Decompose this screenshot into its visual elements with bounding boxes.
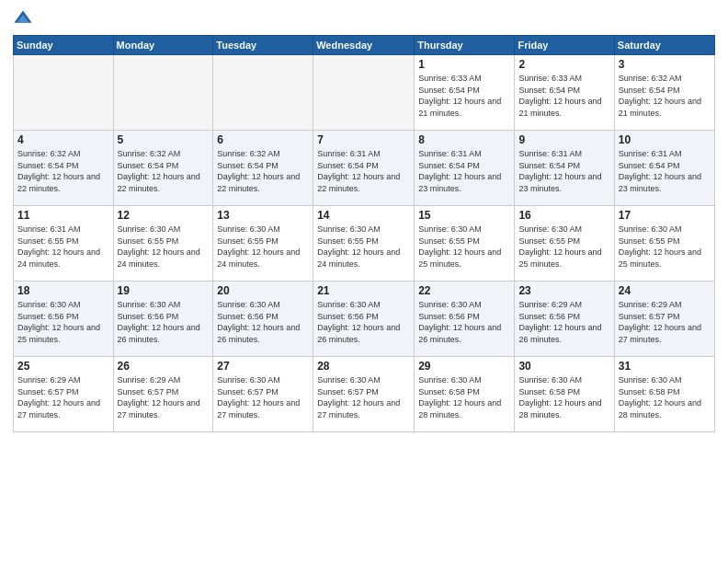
day-info: Sunrise: 6:33 AM Sunset: 6:54 PM Dayligh… [518, 73, 609, 119]
calendar-cell: 21Sunrise: 6:30 AM Sunset: 6:56 PM Dayli… [313, 282, 415, 357]
header-row: SundayMondayTuesdayWednesdayThursdayFrid… [14, 36, 715, 55]
day-number: 28 [317, 360, 410, 373]
day-info: Sunrise: 6:30 AM Sunset: 6:57 PM Dayligh… [217, 374, 309, 420]
day-number: 6 [217, 133, 309, 146]
day-info: Sunrise: 6:30 AM Sunset: 6:56 PM Dayligh… [118, 299, 210, 345]
calendar-cell: 8Sunrise: 6:31 AM Sunset: 6:54 PM Daylig… [415, 131, 515, 206]
calendar-cell: 20Sunrise: 6:30 AM Sunset: 6:56 PM Dayli… [213, 282, 313, 357]
day-number: 29 [418, 360, 510, 373]
day-info: Sunrise: 6:30 AM Sunset: 6:58 PM Dayligh… [518, 374, 609, 420]
day-number: 9 [518, 133, 609, 146]
day-info: Sunrise: 6:30 AM Sunset: 6:56 PM Dayligh… [317, 299, 410, 345]
calendar-cell: 5Sunrise: 6:32 AM Sunset: 6:54 PM Daylig… [113, 131, 213, 206]
day-number: 13 [217, 209, 309, 222]
calendar-cell: 14Sunrise: 6:30 AM Sunset: 6:55 PM Dayli… [313, 206, 415, 282]
day-info: Sunrise: 6:30 AM Sunset: 6:55 PM Dayligh… [619, 224, 711, 270]
header-day: Monday [113, 36, 213, 55]
calendar-cell: 16Sunrise: 6:30 AM Sunset: 6:55 PM Dayli… [515, 206, 614, 282]
calendar-cell [213, 55, 313, 131]
header [13, 9, 715, 29]
calendar-cell: 18Sunrise: 6:30 AM Sunset: 6:56 PM Dayli… [14, 282, 114, 357]
calendar-cell: 19Sunrise: 6:30 AM Sunset: 6:56 PM Dayli… [113, 282, 213, 357]
calendar-cell: 15Sunrise: 6:30 AM Sunset: 6:55 PM Dayli… [415, 206, 515, 282]
day-number: 20 [217, 284, 309, 297]
calendar-cell: 6Sunrise: 6:32 AM Sunset: 6:54 PM Daylig… [213, 131, 313, 206]
week-row: 1Sunrise: 6:33 AM Sunset: 6:54 PM Daylig… [14, 55, 715, 131]
day-number: 3 [619, 58, 711, 71]
calendar-cell: 25Sunrise: 6:29 AM Sunset: 6:57 PM Dayli… [14, 357, 114, 432]
day-info: Sunrise: 6:30 AM Sunset: 6:58 PM Dayligh… [619, 374, 711, 420]
day-number: 15 [418, 209, 510, 222]
day-info: Sunrise: 6:32 AM Sunset: 6:54 PM Dayligh… [217, 148, 309, 194]
header-day: Tuesday [213, 36, 313, 55]
week-row: 25Sunrise: 6:29 AM Sunset: 6:57 PM Dayli… [14, 357, 715, 432]
calendar-cell: 23Sunrise: 6:29 AM Sunset: 6:56 PM Dayli… [515, 282, 614, 357]
day-info: Sunrise: 6:31 AM Sunset: 6:54 PM Dayligh… [418, 148, 510, 194]
week-row: 4Sunrise: 6:32 AM Sunset: 6:54 PM Daylig… [14, 131, 715, 206]
header-day: Saturday [614, 36, 714, 55]
day-number: 8 [418, 133, 510, 146]
day-info: Sunrise: 6:29 AM Sunset: 6:57 PM Dayligh… [619, 299, 711, 345]
day-info: Sunrise: 6:31 AM Sunset: 6:54 PM Dayligh… [317, 148, 410, 194]
calendar-cell: 27Sunrise: 6:30 AM Sunset: 6:57 PM Dayli… [213, 357, 313, 432]
calendar-cell: 11Sunrise: 6:31 AM Sunset: 6:55 PM Dayli… [14, 206, 114, 282]
week-row: 11Sunrise: 6:31 AM Sunset: 6:55 PM Dayli… [14, 206, 715, 282]
day-number: 11 [17, 209, 109, 222]
day-info: Sunrise: 6:30 AM Sunset: 6:55 PM Dayligh… [317, 224, 410, 270]
day-number: 21 [317, 284, 410, 297]
day-number: 19 [118, 284, 210, 297]
header-day: Thursday [415, 36, 515, 55]
calendar-cell: 9Sunrise: 6:31 AM Sunset: 6:54 PM Daylig… [515, 131, 614, 206]
logo [13, 9, 37, 29]
day-info: Sunrise: 6:30 AM Sunset: 6:56 PM Dayligh… [418, 299, 510, 345]
day-info: Sunrise: 6:29 AM Sunset: 6:56 PM Dayligh… [518, 299, 609, 345]
day-info: Sunrise: 6:30 AM Sunset: 6:55 PM Dayligh… [418, 224, 510, 270]
day-number: 17 [619, 209, 711, 222]
day-number: 12 [118, 209, 210, 222]
calendar-cell: 24Sunrise: 6:29 AM Sunset: 6:57 PM Dayli… [614, 282, 714, 357]
day-number: 24 [619, 284, 711, 297]
day-number: 10 [619, 133, 711, 146]
calendar-cell: 7Sunrise: 6:31 AM Sunset: 6:54 PM Daylig… [313, 131, 415, 206]
logo-icon [13, 9, 33, 29]
day-number: 26 [118, 360, 210, 373]
calendar-cell [113, 55, 213, 131]
day-info: Sunrise: 6:32 AM Sunset: 6:54 PM Dayligh… [619, 73, 711, 119]
calendar-cell: 12Sunrise: 6:30 AM Sunset: 6:55 PM Dayli… [113, 206, 213, 282]
day-info: Sunrise: 6:30 AM Sunset: 6:58 PM Dayligh… [418, 374, 510, 420]
header-day: Sunday [14, 36, 114, 55]
day-info: Sunrise: 6:30 AM Sunset: 6:55 PM Dayligh… [518, 224, 609, 270]
calendar-cell [14, 55, 114, 131]
day-number: 22 [418, 284, 510, 297]
day-number: 4 [17, 133, 109, 146]
header-day: Wednesday [313, 36, 415, 55]
day-info: Sunrise: 6:30 AM Sunset: 6:57 PM Dayligh… [317, 374, 410, 420]
day-number: 30 [518, 360, 609, 373]
day-info: Sunrise: 6:30 AM Sunset: 6:55 PM Dayligh… [118, 224, 210, 270]
day-info: Sunrise: 6:29 AM Sunset: 6:57 PM Dayligh… [118, 374, 210, 420]
calendar-cell: 30Sunrise: 6:30 AM Sunset: 6:58 PM Dayli… [515, 357, 614, 432]
day-info: Sunrise: 6:31 AM Sunset: 6:55 PM Dayligh… [17, 224, 109, 270]
day-number: 7 [317, 133, 410, 146]
header-day: Friday [515, 36, 614, 55]
page: SundayMondayTuesdayWednesdayThursdayFrid… [0, 0, 728, 563]
day-info: Sunrise: 6:32 AM Sunset: 6:54 PM Dayligh… [118, 148, 210, 194]
day-number: 18 [17, 284, 109, 297]
calendar-cell: 10Sunrise: 6:31 AM Sunset: 6:54 PM Dayli… [614, 131, 714, 206]
day-number: 31 [619, 360, 711, 373]
calendar-cell: 4Sunrise: 6:32 AM Sunset: 6:54 PM Daylig… [14, 131, 114, 206]
calendar-cell: 26Sunrise: 6:29 AM Sunset: 6:57 PM Dayli… [113, 357, 213, 432]
calendar-cell: 28Sunrise: 6:30 AM Sunset: 6:57 PM Dayli… [313, 357, 415, 432]
calendar-cell: 3Sunrise: 6:32 AM Sunset: 6:54 PM Daylig… [614, 55, 714, 131]
calendar-cell: 17Sunrise: 6:30 AM Sunset: 6:55 PM Dayli… [614, 206, 714, 282]
calendar-cell: 31Sunrise: 6:30 AM Sunset: 6:58 PM Dayli… [614, 357, 714, 432]
day-number: 23 [518, 284, 609, 297]
day-number: 2 [518, 58, 609, 71]
day-number: 1 [418, 58, 510, 71]
day-info: Sunrise: 6:29 AM Sunset: 6:57 PM Dayligh… [17, 374, 109, 420]
day-number: 14 [317, 209, 410, 222]
calendar-cell [313, 55, 415, 131]
day-info: Sunrise: 6:30 AM Sunset: 6:56 PM Dayligh… [217, 299, 309, 345]
day-number: 5 [118, 133, 210, 146]
day-info: Sunrise: 6:31 AM Sunset: 6:54 PM Dayligh… [518, 148, 609, 194]
